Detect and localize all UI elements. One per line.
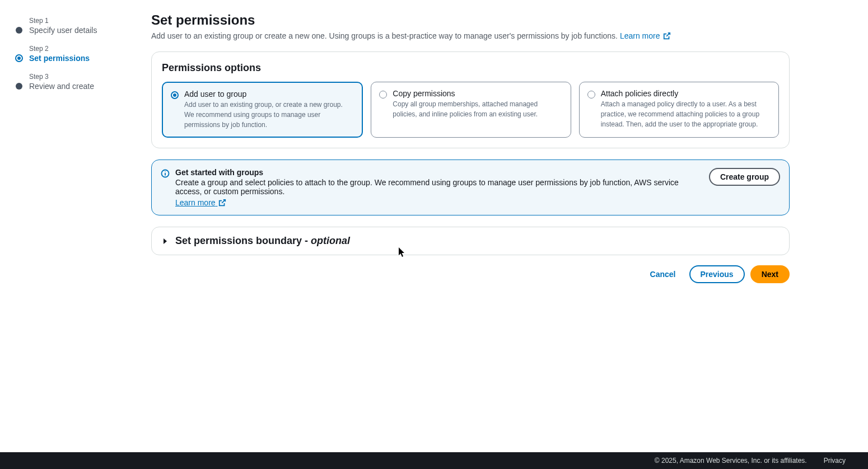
radio-icon [379, 91, 387, 99]
option-desc: Copy all group memberships, attached man… [393, 99, 562, 119]
learn-more-link[interactable]: Learn more [620, 31, 671, 40]
step-label: Step 3 [29, 73, 129, 81]
page-description: Add user to an existing group or create … [151, 31, 790, 40]
svg-point-2 [165, 171, 165, 172]
step-label: Step 2 [29, 45, 129, 53]
caret-right-icon [162, 238, 169, 245]
option-attach-policies-directly[interactable]: Attach policies directly Attach a manage… [579, 82, 779, 138]
option-desc: Add user to an existing group, or create… [184, 100, 354, 130]
option-title: Add user to group [184, 90, 354, 99]
option-copy-permissions[interactable]: Copy permissions Copy all group membersh… [371, 82, 571, 138]
expand-title: Set permissions boundary - optional [175, 235, 350, 247]
radio-icon [171, 91, 179, 99]
step-label: Step 1 [29, 17, 129, 25]
options-row: Add user to group Add user to an existin… [162, 82, 779, 138]
get-started-info-box: Get started with groups Create a group a… [151, 160, 790, 215]
optional-label: optional [311, 235, 350, 246]
option-add-user-to-group[interactable]: Add user to group Add user to an existin… [162, 82, 363, 138]
step-2[interactable]: Step 2 Set permissions [16, 45, 129, 63]
option-desc: Attach a managed policy directly to a us… [601, 99, 771, 129]
option-title: Attach policies directly [601, 89, 771, 98]
info-desc: Create a group and select policies to at… [175, 178, 703, 196]
permissions-options-panel: Permissions options Add user to group Ad… [151, 51, 790, 148]
previous-button[interactable]: Previous [689, 265, 745, 283]
page-header: Set permissions Add user to an existing … [151, 12, 790, 40]
create-group-button[interactable]: Create group [709, 168, 780, 186]
external-link-icon [663, 32, 671, 40]
info-title: Get started with groups [175, 168, 703, 177]
step-title: Specify user details [29, 26, 129, 35]
page-title: Set permissions [151, 12, 790, 28]
copyright-text: © 2025, Amazon Web Services, Inc. or its… [655, 457, 807, 465]
step-title: Review and create [29, 82, 129, 91]
option-title: Copy permissions [393, 89, 562, 98]
step-title: Set permissions [29, 54, 129, 63]
radio-icon [587, 91, 595, 99]
cancel-button[interactable]: Cancel [642, 266, 684, 282]
step-3[interactable]: Step 3 Review and create [16, 73, 129, 91]
panel-title: Permissions options [162, 62, 779, 74]
step-indicator-active-icon [15, 54, 23, 62]
privacy-link[interactable]: Privacy [824, 457, 846, 465]
wizard-sidebar: Step 1 Specify user details Step 2 Set p… [0, 3, 140, 452]
action-row: Cancel Previous Next [151, 265, 790, 283]
step-1[interactable]: Step 1 Specify user details [16, 17, 129, 35]
main-content: Set permissions Add user to an existing … [140, 3, 812, 452]
external-link-icon [218, 199, 226, 207]
next-button[interactable]: Next [750, 265, 790, 283]
permissions-boundary-expander[interactable]: Set permissions boundary - optional [151, 227, 790, 255]
step-indicator-icon [16, 27, 22, 34]
info-learn-more-link[interactable]: Learn more [175, 198, 226, 207]
info-icon [161, 169, 170, 178]
step-indicator-icon [16, 83, 22, 90]
page-footer: © 2025, Amazon Web Services, Inc. or its… [0, 452, 868, 469]
